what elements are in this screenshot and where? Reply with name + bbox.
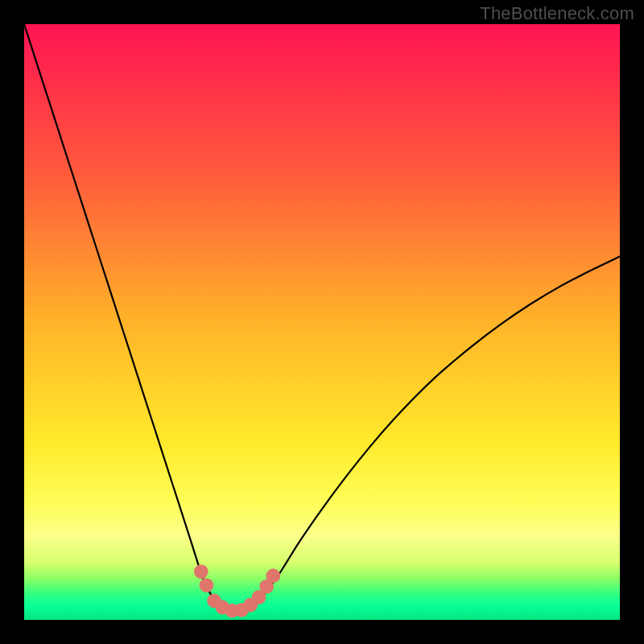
- highlight-point: [200, 578, 214, 592]
- gradient-background: [24, 24, 620, 620]
- highlight-point: [266, 568, 280, 583]
- highlight-point: [194, 564, 208, 579]
- plot-area: [24, 24, 620, 620]
- outer-frame: TheBottleneck.com: [0, 0, 644, 644]
- watermark-text: TheBottleneck.com: [480, 3, 634, 24]
- chart-svg: [24, 24, 620, 620]
